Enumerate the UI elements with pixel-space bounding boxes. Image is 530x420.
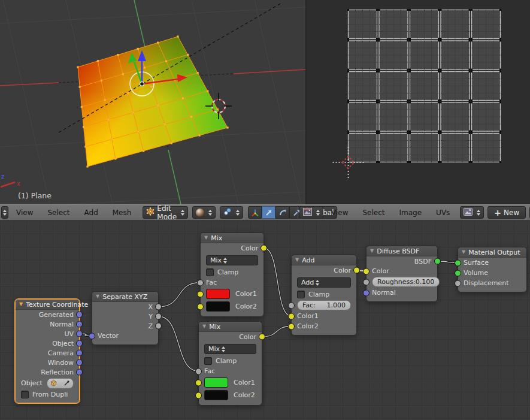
node-row-object[interactable]: Object <box>16 339 79 348</box>
viewport-shading-selector[interactable] <box>192 206 216 219</box>
color-swatch[interactable] <box>206 289 230 299</box>
socket-volume[interactable] <box>455 270 461 276</box>
translate-manipulator-button[interactable] <box>262 206 275 219</box>
node-row-color[interactable]: Color <box>367 266 437 276</box>
socket-reflection[interactable] <box>76 369 83 376</box>
node-header[interactable]: ▼Diffuse BSDF <box>367 246 437 256</box>
node-editor[interactable]: ▼Texture CoordinateGeneratedNormalUVObje… <box>0 220 530 420</box>
collapse-triangle-icon[interactable]: ▼ <box>295 258 299 262</box>
node-row-color1[interactable]: Color1 <box>292 311 356 321</box>
socket-color2[interactable] <box>197 303 204 310</box>
socket-z[interactable] <box>155 323 162 330</box>
checkbox[interactable] <box>21 391 29 398</box>
node-row-vector[interactable]: Vector <box>92 331 158 341</box>
socket-window[interactable] <box>76 359 83 366</box>
collapse-triangle-icon[interactable]: ▼ <box>204 235 208 240</box>
blend-type-dropdown[interactable]: Mix <box>206 255 258 265</box>
socket-uv[interactable] <box>76 331 83 337</box>
node-row-clamp[interactable]: Clamp <box>199 356 262 365</box>
node-add[interactable]: ▼AddColorAddClampFac:1.000Color1Color2 <box>291 255 357 336</box>
menu-view[interactable]: View <box>10 209 40 217</box>
menu-view[interactable]: View <box>325 209 355 217</box>
socket-vector[interactable] <box>89 333 95 339</box>
node-row-clamp[interactable]: Clamp <box>201 267 264 277</box>
menu-mesh[interactable]: Mesh <box>106 209 138 217</box>
node-row-object[interactable]: Object <box>16 377 79 389</box>
node-row-color[interactable]: Color <box>199 332 262 342</box>
checkbox[interactable] <box>297 291 305 298</box>
node-header[interactable]: ▼Separate XYZ <box>92 292 158 302</box>
collapse-triangle-icon[interactable]: ▼ <box>19 302 23 307</box>
blend-type-dropdown[interactable]: Add <box>297 277 351 288</box>
node-row-color2[interactable]: Color2 <box>201 300 264 313</box>
eyedropper-icon[interactable] <box>63 380 70 386</box>
node-header[interactable]: ▼Mix <box>201 233 264 243</box>
blend-type-dropdown[interactable]: Mix <box>204 344 256 354</box>
node-row-y[interactable]: Y <box>92 312 158 321</box>
node-row-bsdf[interactable]: BSDF <box>367 256 437 266</box>
node-row-reflection[interactable]: Reflection <box>16 367 79 377</box>
collapse-triangle-icon[interactable]: ▼ <box>462 250 465 255</box>
socket-surface[interactable] <box>455 259 461 266</box>
uv-image-editor[interactable] <box>305 0 530 204</box>
node-texcoord[interactable]: ▼Texture CoordinateGeneratedNormalUVObje… <box>15 299 80 403</box>
node-row-fac[interactable]: Fac <box>199 366 262 376</box>
node-header[interactable]: ▼Texture Coordinate <box>16 300 79 310</box>
image-browse-selector[interactable] <box>460 206 484 219</box>
socket-color2[interactable] <box>195 392 202 398</box>
node-row-color2[interactable]: Color2 <box>199 389 262 401</box>
menu-select[interactable]: Select <box>356 209 391 217</box>
socket-normal[interactable] <box>363 289 370 296</box>
socket-y[interactable] <box>155 313 162 320</box>
node-row-displacement[interactable]: Displacement <box>458 278 526 288</box>
node-row-color2[interactable]: Color2 <box>292 321 356 331</box>
socket-color[interactable] <box>363 268 370 274</box>
socket-displacement[interactable] <box>455 280 461 286</box>
socket-color2[interactable] <box>288 323 295 330</box>
number-slider[interactable]: Roughness:0.100 <box>372 277 440 287</box>
node-row-surface[interactable]: Surface <box>458 258 526 268</box>
node-row-color[interactable]: Color <box>201 243 264 253</box>
node-row-x[interactable]: X <box>92 302 158 312</box>
3d-viewport[interactable]: (1) Plane z x <box>0 0 305 204</box>
pivot-point-selector[interactable] <box>220 206 243 219</box>
menu-select[interactable]: Select <box>41 209 76 217</box>
node-row-mix[interactable]: Mix <box>199 343 262 355</box>
collapse-triangle-icon[interactable]: ▼ <box>370 249 374 253</box>
socket-color[interactable] <box>261 245 267 252</box>
menu-add[interactable]: Add <box>78 209 105 217</box>
number-slider[interactable]: Fac:1.000 <box>297 300 351 310</box>
node-row-color1[interactable]: Color1 <box>199 376 262 389</box>
socket-color[interactable] <box>353 267 360 274</box>
rotate-manipulator-button[interactable] <box>275 206 289 219</box>
node-header[interactable]: ▼Add <box>292 255 356 265</box>
socket-generated[interactable] <box>76 312 83 318</box>
node-sepxyz[interactable]: ▼Separate XYZXYZVector <box>92 291 159 345</box>
collapse-triangle-icon[interactable]: ▼ <box>96 294 99 299</box>
socket-fac[interactable] <box>195 368 202 374</box>
node-row-normal[interactable]: Normal <box>16 319 79 329</box>
node-row-z[interactable]: Z <box>92 321 158 331</box>
mode-selector[interactable]: Edit Mode <box>143 206 188 219</box>
checkbox[interactable] <box>206 268 214 276</box>
socket-roughness[interactable] <box>363 279 370 285</box>
socket-color1[interactable] <box>195 379 202 386</box>
node-matout[interactable]: ▼Material OutputSurfaceVolumeDisplacemen… <box>458 247 527 292</box>
menu-uvs[interactable]: UVs <box>429 209 456 217</box>
object-picker-field[interactable] <box>47 378 74 389</box>
node-row-from-dupli[interactable]: From Dupli <box>16 389 79 399</box>
node-row-clamp[interactable]: Clamp <box>292 289 356 299</box>
node-row-camera[interactable]: Camera <box>16 348 79 358</box>
new-image-button[interactable]: + New <box>487 206 526 219</box>
socket-color1[interactable] <box>197 291 204 297</box>
color-swatch[interactable] <box>204 377 228 388</box>
editor-type-selector[interactable] <box>299 206 323 219</box>
node-row-uv[interactable]: UV <box>16 329 79 339</box>
node-header[interactable]: ▼Material Output <box>458 247 526 258</box>
collapse-triangle-icon[interactable]: ▼ <box>202 324 206 329</box>
node-row-generated[interactable]: Generated <box>16 310 79 319</box>
socket-fac[interactable] <box>288 302 295 309</box>
node-row-mix[interactable]: Mix <box>201 255 264 266</box>
color-swatch[interactable] <box>206 301 230 312</box>
node-row-fac-[interactable]: Fac:1.000 <box>292 300 356 311</box>
